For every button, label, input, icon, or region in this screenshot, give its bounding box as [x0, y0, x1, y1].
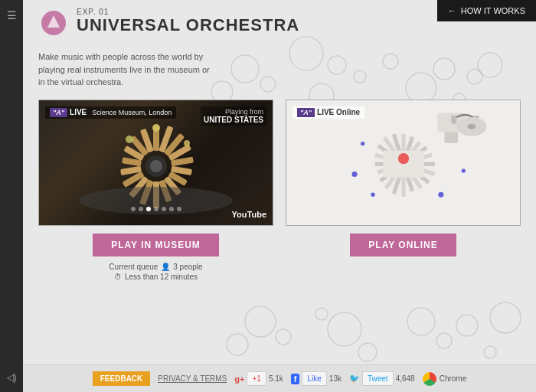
gplus-container[interactable]: g+ +1 5.1k [234, 371, 283, 386]
dot-4[interactable] [162, 207, 166, 211]
dot-3[interactable] [154, 207, 159, 211]
queue-info: Current queue 👤 3 people ⏱ Less than 12 … [109, 263, 202, 283]
dot-6[interactable] [177, 207, 181, 211]
fb-button[interactable]: Like [302, 371, 326, 386]
museum-live-text: LIVE [70, 108, 87, 116]
people-icon: 👤 [161, 263, 170, 271]
dot-2[interactable] [146, 207, 151, 211]
online-frame: "A" LIVE Online [286, 100, 521, 226]
museum-a-mark: "A" [50, 108, 67, 117]
dot-0[interactable] [131, 207, 136, 211]
svg-point-74 [438, 192, 443, 198]
privacy-terms-link[interactable]: PRIVACY & TERMS [158, 374, 227, 383]
online-live-badge: "A" LIVE Online [293, 106, 364, 119]
bottom-bar: FEEDBACK PRIVACY & TERMS g+ +1 5.1k f Li… [23, 364, 536, 392]
arrow-icon: ← [448, 6, 456, 15]
fb-icon: f [291, 374, 300, 384]
fb-count: 13k [329, 374, 342, 383]
online-a-mark: "A" [297, 108, 315, 117]
svg-point-71 [397, 153, 408, 164]
twitter-icon: 🐦 [349, 374, 360, 384]
tweet-count: 4,648 [396, 374, 415, 383]
menu-icon[interactable]: ☰ [7, 9, 17, 21]
svg-point-47 [184, 140, 190, 146]
svg-point-75 [360, 142, 364, 145]
clock-icon: ⏱ [114, 273, 122, 281]
museum-live-badge: "A" LIVE Science Museum, London [45, 106, 176, 119]
svg-rect-60 [401, 134, 405, 152]
svg-point-76 [351, 172, 357, 177]
gplus-icon: g+ [234, 374, 244, 384]
svg-point-77 [371, 193, 374, 197]
chrome-badge: Chrome [423, 372, 467, 386]
queue-label: Current queue [109, 263, 158, 271]
carousel-dots [131, 207, 181, 211]
museum-panel: "A" LIVE Science Museum, London Playing … [38, 100, 273, 283]
play-online-button[interactable]: PLAY ONLINE [350, 234, 456, 256]
svg-point-46 [152, 124, 160, 132]
how-it-works-bar[interactable]: ← HOW IT WORKS [437, 0, 536, 21]
tweet-label: Tweet [368, 374, 388, 383]
left-sidebar: ☰ ◁) [0, 0, 23, 392]
logo-icon [38, 8, 69, 44]
time-label: Less than 12 minutes [125, 273, 198, 281]
fb-label: Like [307, 374, 321, 383]
gplus-count: 5.1k [269, 374, 283, 383]
museum-frame: "A" LIVE Science Museum, London Playing … [38, 100, 273, 226]
twitter-container[interactable]: 🐦 Tweet 4,648 [349, 371, 415, 386]
chrome-icon [423, 372, 436, 386]
museum-location: Science Museum, London [92, 109, 172, 116]
gplus-label: +1 [252, 374, 260, 383]
panels-container: "A" LIVE Science Museum, London Playing … [38, 100, 521, 283]
main-content: EXP. 01 UNIVERSAL ORCHESTRA Make music w… [23, 0, 536, 364]
feedback-button[interactable]: FEEDBACK [93, 371, 151, 386]
youtube-label: YouTube [232, 210, 266, 219]
svg-rect-50 [401, 176, 405, 197]
svg-rect-80 [451, 116, 456, 124]
dot-5[interactable] [169, 207, 174, 211]
dot-1[interactable] [139, 207, 143, 211]
play-in-museum-button[interactable]: PLAY IN MUSEUM [93, 234, 219, 256]
chrome-label: Chrome [440, 374, 467, 383]
online-panel: "A" LIVE Online [286, 100, 521, 283]
header-text: EXP. 01 UNIVERSAL ORCHESTRA [77, 8, 299, 34]
how-it-works-label: HOW IT WORKS [461, 6, 525, 15]
gplus-button[interactable]: +1 [247, 371, 266, 386]
svg-point-73 [461, 168, 465, 172]
museum-visual [64, 109, 248, 216]
description-text: Make music with people across the world … [38, 51, 214, 89]
online-live-text: LIVE Online [317, 108, 360, 116]
svg-rect-79 [444, 132, 458, 142]
tweet-button[interactable]: Tweet [362, 371, 394, 386]
svg-point-83 [467, 124, 476, 129]
svg-point-48 [126, 136, 133, 143]
page-title: UNIVERSAL ORCHESTRA [77, 16, 299, 34]
people-count: 3 people [173, 263, 202, 271]
svg-point-45 [150, 160, 162, 172]
speaker-icon[interactable]: ◁) [7, 372, 17, 383]
youtube-badge: YouTube [232, 210, 266, 219]
fb-container[interactable]: f Like 13k [291, 371, 342, 386]
online-visual [298, 106, 508, 219]
